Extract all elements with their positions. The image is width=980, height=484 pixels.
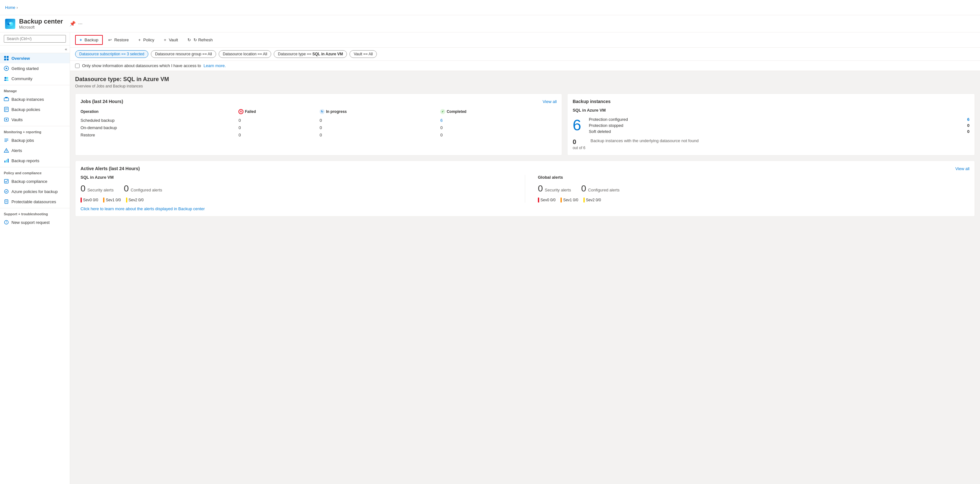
sidebar-item-label: New support request xyxy=(11,220,50,225)
completed-link[interactable]: 6 xyxy=(440,118,442,123)
org-label: Microsoft xyxy=(19,25,63,30)
sidebar-item-backup-policies[interactable]: Backup policies xyxy=(0,104,70,114)
inprogress-icon: ↻ xyxy=(320,109,325,114)
backup-button[interactable]: + Backup xyxy=(75,35,103,45)
cell-progress: 0 xyxy=(320,124,440,131)
global-sev0: Sev0 0/0 xyxy=(538,197,555,203)
jobs-view-all[interactable]: View all xyxy=(542,99,557,104)
sidebar-item-backup-compliance[interactable]: Backup compliance xyxy=(0,176,70,186)
sidebar-item-backup-reports[interactable]: Backup reports xyxy=(0,156,70,166)
backup-instances-icon xyxy=(4,97,9,102)
filter-location[interactable]: Datasource location == All xyxy=(219,50,271,58)
bi-inner: 6 Protection configured 6 Protection sto… xyxy=(573,116,969,135)
header-title: Backup center Microsoft xyxy=(19,18,63,30)
sidebar-item-vaults[interactable]: Vaults xyxy=(0,114,70,125)
sidebar-item-protectable-datasources[interactable]: Protectable datasources xyxy=(0,197,70,207)
cell-completed: 6 xyxy=(440,117,557,124)
filters-bar: Datasource subscription == 3 selected Da… xyxy=(70,48,980,61)
cell-failed: 0 xyxy=(239,124,320,131)
policy-plus-icon: + xyxy=(138,38,141,42)
sidebar-item-community[interactable]: Community xyxy=(0,73,70,84)
sql-sev0: Sev0 0/0 xyxy=(81,197,98,203)
policy-label: Policy xyxy=(143,38,154,42)
filter-vault[interactable]: Vault == All xyxy=(350,50,377,58)
svg-rect-5 xyxy=(7,56,9,58)
bi-subtitle: SQL in Azure VM xyxy=(573,108,969,113)
monitoring-section-label: Monitoring + reporting xyxy=(0,126,70,135)
filter-datasource-type[interactable]: Datasource type == SQL in Azure VM xyxy=(274,50,347,58)
global-sev2: Sev2 0/0 xyxy=(584,197,601,203)
svg-rect-31 xyxy=(5,179,8,183)
vault-plus-icon: + xyxy=(164,38,167,42)
sidebar-item-backup-instances[interactable]: Backup instances xyxy=(0,94,70,104)
sidebar-item-new-support[interactable]: New support request xyxy=(0,217,70,227)
alerts-view-all[interactable]: View all xyxy=(955,166,969,171)
col-completed: ✓ Completed xyxy=(440,108,557,117)
global-sev1-label: Sev1 0/0 xyxy=(563,198,578,202)
sql-configured-count: 0 Configured alerts xyxy=(124,184,162,194)
bi-details: Protection configured 6 Protection stopp… xyxy=(589,116,969,135)
sd-label: Soft deleted xyxy=(589,129,611,134)
new-support-icon xyxy=(4,220,9,225)
filter-subscription[interactable]: Datasource subscription == 3 selected xyxy=(75,50,148,58)
sql-sev2: Sev2 0/0 xyxy=(126,197,143,203)
bi-bottom-num-group: 0 out of 6 xyxy=(573,138,585,150)
sidebar-item-label: Vaults xyxy=(11,117,22,122)
alerts-card: Active Alerts (last 24 Hours) View all S… xyxy=(75,160,975,217)
home-link[interactable]: Home xyxy=(5,5,15,10)
jobs-card-header: Jobs (last 24 Hours) View all xyxy=(81,99,557,104)
cell-failed: 0 xyxy=(239,117,320,124)
bi-bottom: 0 out of 6 Backup instances with the und… xyxy=(573,138,969,150)
filter-resource-group[interactable]: Datasource resource group == All xyxy=(151,50,216,58)
sidebar-item-azure-policies[interactable]: Azure policies for backup xyxy=(0,186,70,197)
alerts-footer-link[interactable]: Click here to learn more about the alert… xyxy=(81,206,205,211)
backup-policies-icon xyxy=(4,107,9,112)
backup-label: Backup xyxy=(85,38,99,42)
bi-total-number: 6 xyxy=(573,116,581,134)
bi-bottom-text: Backup instances with the underlying dat… xyxy=(590,138,698,143)
backup-compliance-icon xyxy=(4,179,9,184)
bi-out-of: out of 6 xyxy=(573,146,585,150)
sql-security-count: 0 Security alerts xyxy=(81,184,114,194)
plus-icon: + xyxy=(80,38,82,42)
search-input[interactable] xyxy=(4,35,66,43)
svg-point-3 xyxy=(9,22,11,24)
sidebar-item-overview[interactable]: Overview xyxy=(0,53,70,63)
cell-completed: 0 xyxy=(440,124,557,131)
app-header: Backup center Microsoft 📌 ··· xyxy=(0,15,980,32)
more-icon[interactable]: ··· xyxy=(78,21,83,27)
sidebar-item-backup-jobs[interactable]: Backup jobs xyxy=(0,135,70,145)
policy-section-label: Policy and compliance xyxy=(0,167,70,176)
header-actions: 📌 ··· xyxy=(69,21,83,27)
learn-more-link[interactable]: Learn more. xyxy=(204,63,226,68)
bi-card-header: Backup instances xyxy=(573,99,969,104)
sidebar-item-label: Backup reports xyxy=(11,159,39,163)
access-checkbox[interactable] xyxy=(75,63,80,68)
svg-rect-14 xyxy=(4,98,9,101)
svg-point-13 xyxy=(6,79,9,81)
sd-value: 0 xyxy=(967,129,969,134)
policy-button[interactable]: + Policy xyxy=(134,35,159,44)
cell-operation: Scheduled backup xyxy=(81,117,239,124)
access-text: Only show information about datasources … xyxy=(82,63,201,68)
ps-label: Protection stopped xyxy=(589,123,623,128)
sev1-color-block xyxy=(103,197,104,203)
backup-jobs-icon xyxy=(4,138,9,143)
app-icon xyxy=(5,19,15,29)
sidebar-item-alerts[interactable]: Alerts xyxy=(0,145,70,156)
vault-button[interactable]: + Vault xyxy=(160,35,182,44)
svg-point-27 xyxy=(6,151,7,152)
col-operation: Operation xyxy=(81,108,239,117)
bi-protection-configured: Protection configured 6 xyxy=(589,116,969,122)
svg-point-11 xyxy=(6,77,8,79)
restore-button[interactable]: ↩ Restore xyxy=(104,35,133,44)
refresh-button[interactable]: ↻ ↻ Refresh xyxy=(183,35,217,44)
restore-icon: ↩ xyxy=(108,38,112,42)
col-failed: ✕ Failed xyxy=(239,108,320,117)
sidebar-item-getting-started[interactable]: Getting started xyxy=(0,63,70,73)
pin-icon[interactable]: 📌 xyxy=(69,21,76,27)
cell-progress: 0 xyxy=(320,131,440,139)
pc-label: Protection configured xyxy=(589,117,628,122)
global-alerts-counts: 0 Security alerts 0 Configured alerts xyxy=(538,184,969,194)
sidebar-collapse-btn[interactable]: « xyxy=(0,46,70,53)
